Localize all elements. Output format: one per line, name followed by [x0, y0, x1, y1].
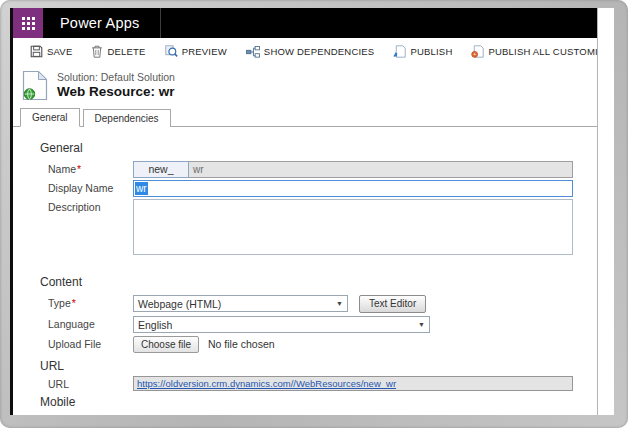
top-navigation-bar: Power Apps [13, 8, 597, 38]
name-prefix-field[interactable]: new_ [133, 161, 189, 178]
tab-dependencies[interactable]: Dependencies [83, 109, 171, 127]
save-icon [30, 45, 43, 58]
dependencies-icon [246, 46, 260, 58]
section-url-heading: URL [40, 359, 597, 373]
app-launcher-button[interactable] [13, 8, 43, 38]
file-status-text: No file chosen [208, 336, 275, 350]
display-name-input[interactable]: wr [133, 180, 573, 197]
app-window: Power Apps SAVE DELETE PREVIEW [13, 8, 598, 415]
required-asterisk: * [72, 297, 76, 309]
required-asterisk: * [77, 163, 81, 175]
type-label: Type* [48, 295, 133, 309]
app-title: Power Apps [60, 15, 146, 31]
description-textarea[interactable] [133, 199, 573, 255]
display-name-label: Display Name [48, 180, 133, 194]
page-title: Web Resource: wr [57, 84, 175, 99]
solution-label: Solution: Default Solution [57, 71, 175, 83]
section-mobile-heading: Mobile [40, 395, 597, 409]
show-dependencies-button[interactable]: SHOW DEPENDENCIES [246, 46, 375, 58]
type-row: Type* Webpage (HTML) ▼ Text Editor [48, 295, 585, 313]
section-general-heading: General [40, 141, 597, 155]
chevron-down-icon: ▼ [418, 321, 425, 328]
tab-strip: General Dependencies [13, 108, 597, 127]
language-label: Language [48, 316, 133, 330]
record-header: Solution: Default Solution Web Resource:… [13, 65, 597, 108]
description-row: Description [48, 199, 585, 255]
preview-button[interactable]: PREVIEW [165, 45, 227, 58]
upload-file-label: Upload File [48, 336, 133, 350]
publish-button[interactable]: PUBLISH [393, 45, 452, 58]
url-row: URL https://oldversion.crm.dynamics.com/… [48, 376, 585, 391]
web-resource-link[interactable]: https://oldversion.crm.dynamics.com//Web… [137, 378, 396, 389]
trash-icon [91, 45, 103, 58]
topbar-divider [160, 8, 161, 38]
delete-button[interactable]: DELETE [91, 45, 145, 58]
command-toolbar: SAVE DELETE PREVIEW SHOW DEPENDENCIES PU… [13, 38, 597, 65]
save-button[interactable]: SAVE [30, 45, 72, 58]
display-name-row: Display Name wr [48, 180, 585, 197]
section-content-heading: Content [40, 275, 597, 289]
chevron-down-icon: ▼ [336, 300, 343, 307]
name-label: Name* [48, 161, 133, 175]
url-field: https://oldversion.crm.dynamics.com//Web… [133, 376, 573, 391]
description-label: Description [48, 199, 133, 213]
choose-file-button[interactable]: Choose file [133, 336, 199, 353]
name-value-field: wr [189, 161, 573, 178]
window-canvas: Power Apps SAVE DELETE PREVIEW [10, 8, 614, 415]
web-resource-icon [22, 70, 49, 105]
url-label: URL [48, 376, 133, 390]
selected-text: wr [135, 182, 148, 195]
type-select[interactable]: Webpage (HTML) ▼ [133, 295, 348, 312]
preview-icon [165, 45, 178, 58]
publish-all-icon [471, 45, 484, 58]
publish-icon [393, 45, 406, 58]
waffle-icon [22, 17, 35, 30]
screenshot-frame: Power Apps SAVE DELETE PREVIEW [0, 0, 628, 428]
upload-file-row: Upload File Choose file No file chosen [48, 336, 585, 353]
publish-all-customizations-button[interactable]: PUBLISH ALL CUSTOMIZA... [471, 45, 598, 58]
form-body: General Name* new_ wr Display Name wr [13, 127, 597, 415]
language-row: Language English ▼ [48, 316, 585, 333]
name-row: Name* new_ wr [48, 161, 585, 178]
language-select[interactable]: English ▼ [133, 316, 430, 333]
text-editor-button[interactable]: Text Editor [359, 295, 426, 313]
tab-general[interactable]: General [20, 108, 80, 127]
